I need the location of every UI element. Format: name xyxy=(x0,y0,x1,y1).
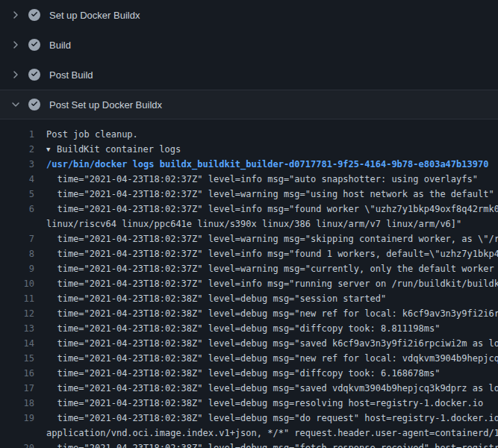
log-line-text: linux/riscv64 linux/ppc641e linux/s390x … xyxy=(46,217,461,231)
log-line[interactable]: 5 time="2021-04-23T18:02:37Z" level=warn… xyxy=(0,187,498,202)
log-line-number: 15 xyxy=(0,351,34,366)
log-line[interactable]: 3 /usr/bin/docker logs buildx_buildkit_b… xyxy=(0,157,498,172)
log-line[interactable]: 20 time="2021-04-23T18:02:38Z" level=deb… xyxy=(0,441,498,448)
log-line-number xyxy=(0,426,34,441)
log-line[interactable]: 10 time="2021-04-23T18:02:37Z" level=inf… xyxy=(0,276,498,291)
log-line-text: time="2021-04-23T18:02:38Z" level=debug … xyxy=(46,366,440,381)
log-line[interactable]: 2 ▼ BuildKit container logs xyxy=(0,142,498,157)
log-line-text: time="2021-04-23T18:02:37Z" level=warnin… xyxy=(46,187,494,202)
log-line[interactable]: 14 time="2021-04-23T18:02:38Z" level=deb… xyxy=(0,336,498,351)
log-line[interactable]: 1 Post job cleanup. xyxy=(0,127,498,142)
log-line[interactable]: 13 time="2021-04-23T18:02:38Z" level=deb… xyxy=(0,321,498,336)
log-line[interactable]: application/vnd.oci.image.index.v1+json,… xyxy=(0,426,498,441)
check-circle-icon xyxy=(28,99,40,111)
log-line-text: /usr/bin/docker logs buildx_buildkit_bui… xyxy=(46,157,488,172)
log-line-text: time="2021-04-23T18:02:37Z" level=warnin… xyxy=(46,231,498,246)
log-line-number: 19 xyxy=(0,411,34,426)
log-line-text: time="2021-04-23T18:02:37Z" level=info m… xyxy=(46,202,498,217)
log-line[interactable]: 16 time="2021-04-23T18:02:38Z" level=deb… xyxy=(0,366,498,381)
workflow-log-viewer: Set up Docker Buildx Build Post Build xyxy=(0,0,498,448)
log-line[interactable]: 6 time="2021-04-23T18:02:37Z" level=info… xyxy=(0,202,498,217)
log-line[interactable]: 4 time="2021-04-23T18:02:37Z" level=info… xyxy=(0,172,498,187)
log-line-text: time="2021-04-23T18:02:38Z" level=debug … xyxy=(46,291,386,306)
log-line-text: Post job cleanup. xyxy=(46,127,138,142)
group-toggle-icon[interactable]: ▼ xyxy=(46,142,55,157)
log-line[interactable]: 9 time="2021-04-23T18:02:37Z" level=warn… xyxy=(0,261,498,276)
log-line[interactable]: 12 time="2021-04-23T18:02:38Z" level=deb… xyxy=(0,306,498,321)
log-line-text: BuildKit container logs xyxy=(57,142,181,157)
log-line[interactable]: 18 time="2021-04-23T18:02:38Z" level=deb… xyxy=(0,396,498,411)
check-circle-icon xyxy=(28,39,40,51)
step-section-header[interactable]: Build xyxy=(0,30,498,60)
log-line-number: 20 xyxy=(0,441,34,448)
log-line-number: 11 xyxy=(0,291,34,306)
log-line-number: 1 xyxy=(0,127,34,142)
log-line-text: time="2021-04-23T18:02:38Z" level=debug … xyxy=(46,336,498,351)
log-line-text: time="2021-04-23T18:02:38Z" level=debug … xyxy=(46,441,498,448)
log-line-number xyxy=(0,217,34,231)
step-section-header[interactable]: Post Build xyxy=(0,60,498,90)
log-line-number: 17 xyxy=(0,381,34,396)
log-line-text: time="2021-04-23T18:02:37Z" level=warnin… xyxy=(46,261,498,276)
log-line-text: time="2021-04-23T18:02:38Z" level=debug … xyxy=(46,411,498,426)
log-line[interactable]: 19 time="2021-04-23T18:02:38Z" level=deb… xyxy=(0,411,498,426)
log-line[interactable]: 8 time="2021-04-23T18:02:37Z" level=info… xyxy=(0,246,498,261)
log-line-number: 5 xyxy=(0,187,34,202)
log-line-number: 3 xyxy=(0,157,34,172)
log-line-text: application/vnd.oci.image.index.v1+json,… xyxy=(46,426,498,441)
log-area: 1 Post job cleanup. 2 ▼ BuildKit contain… xyxy=(0,119,498,448)
log-line-text: time="2021-04-23T18:02:38Z" level=debug … xyxy=(46,396,483,411)
log-line-text: time="2021-04-23T18:02:37Z" level=info m… xyxy=(46,172,478,187)
log-line-text: time="2021-04-23T18:02:38Z" level=debug … xyxy=(46,381,498,396)
log-line-number: 13 xyxy=(0,321,34,336)
log-line-number: 2 xyxy=(0,142,34,157)
steps-list: Set up Docker Buildx Build Post Build xyxy=(0,0,498,119)
log-line-number: 14 xyxy=(0,336,34,351)
chevron-right-icon[interactable] xyxy=(9,39,22,51)
log-line-number: 18 xyxy=(0,396,34,411)
log-line-text: time="2021-04-23T18:02:37Z" level=info m… xyxy=(46,246,498,261)
log-line-number: 10 xyxy=(0,276,34,291)
log-line[interactable]: 11 time="2021-04-23T18:02:38Z" level=deb… xyxy=(0,291,498,306)
check-circle-icon xyxy=(28,9,40,21)
log-line-text: time="2021-04-23T18:02:37Z" level=info m… xyxy=(46,276,498,291)
log-line[interactable]: 17 time="2021-04-23T18:02:38Z" level=deb… xyxy=(0,381,498,396)
log-line-text: time="2021-04-23T18:02:38Z" level=debug … xyxy=(46,351,498,366)
log-line[interactable]: 7 time="2021-04-23T18:02:37Z" level=warn… xyxy=(0,231,498,246)
step-name: Build xyxy=(49,40,71,51)
chevron-down-icon[interactable] xyxy=(9,99,22,111)
log-line-number: 9 xyxy=(0,261,34,276)
log-line-text: time="2021-04-23T18:02:38Z" level=debug … xyxy=(46,306,498,321)
step-name: Post Set up Docker Buildx xyxy=(49,99,162,111)
chevron-right-icon[interactable] xyxy=(9,69,22,81)
log-line-number: 16 xyxy=(0,366,34,381)
log-line[interactable]: 15 time="2021-04-23T18:02:38Z" level=deb… xyxy=(0,351,498,366)
check-circle-icon xyxy=(28,69,40,81)
step-section-header[interactable]: Set up Docker Buildx xyxy=(0,0,498,30)
log-line[interactable]: linux/riscv64 linux/ppc641e linux/s390x … xyxy=(0,217,498,231)
log-line-number: 4 xyxy=(0,172,34,187)
step-name: Set up Docker Buildx xyxy=(49,10,140,21)
step-name: Post Build xyxy=(49,69,93,81)
log-line-number: 6 xyxy=(0,202,34,217)
chevron-right-icon[interactable] xyxy=(9,9,22,21)
log-line-number: 12 xyxy=(0,306,34,321)
step-section-header[interactable]: Post Set up Docker Buildx xyxy=(0,90,498,119)
log-line-text: time="2021-04-23T18:02:38Z" level=debug … xyxy=(46,321,440,336)
log-line-number: 7 xyxy=(0,231,34,246)
log-line-number: 8 xyxy=(0,246,34,261)
